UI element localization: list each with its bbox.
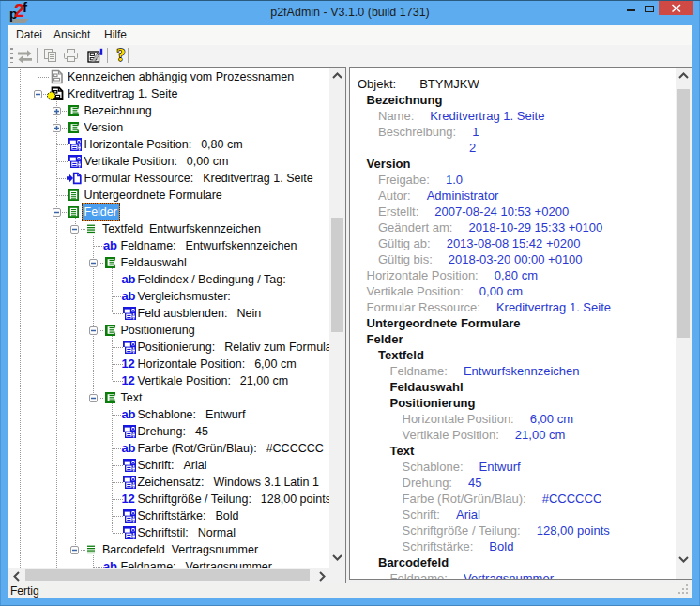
svg-text:?: ?	[116, 46, 126, 65]
